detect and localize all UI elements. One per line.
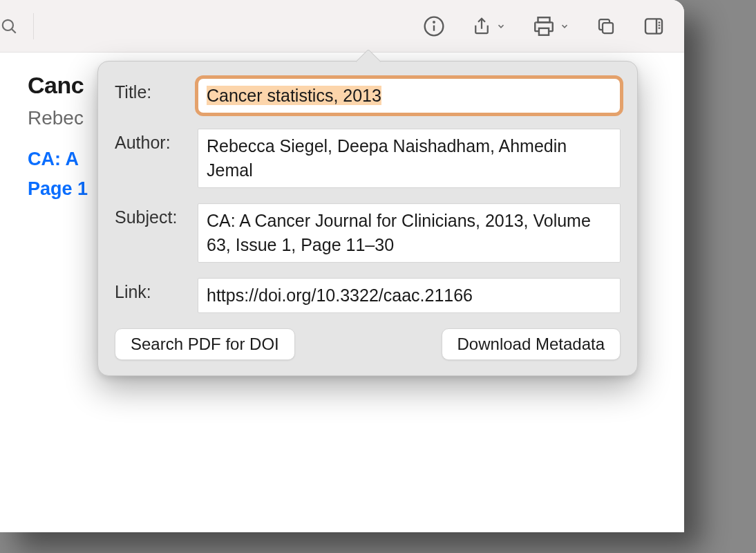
subject-field[interactable]: CA: A Cancer Journal for Clinicians, 201…	[198, 203, 621, 263]
sidebar-icon	[643, 15, 665, 37]
info-icon	[423, 15, 445, 37]
share-icon	[471, 16, 492, 37]
author-field[interactable]: Rebecca Siegel, Deepa Naishadham, Ahmedi…	[198, 129, 621, 188]
app-window: Canc Rebec CA: A Page 1 Title: Cancer st…	[0, 0, 684, 532]
title-field-text-selection: Cancer statistics, 2013	[207, 86, 381, 105]
copy-button[interactable]	[596, 12, 616, 40]
print-button[interactable]	[532, 12, 569, 40]
chevron-down-icon	[560, 21, 569, 31]
svg-point-4	[433, 21, 435, 23]
search-pdf-for-doi-button[interactable]: Search PDF for DOI	[115, 328, 295, 360]
copy-icon	[596, 16, 616, 37]
info-button[interactable]	[423, 12, 445, 40]
print-icon	[532, 15, 556, 38]
chevron-down-icon	[496, 21, 506, 31]
title-label: Title:	[115, 78, 198, 102]
title-field[interactable]: Cancer statistics, 2013	[198, 78, 621, 113]
metadata-popover: Title: Cancer statistics, 2013 Author: R…	[97, 61, 638, 376]
subject-label: Subject:	[115, 203, 198, 227]
svg-line-1	[12, 28, 16, 32]
link-label: Link:	[115, 278, 198, 302]
svg-rect-7	[603, 23, 613, 33]
svg-point-0	[3, 19, 13, 30]
svg-rect-8	[645, 19, 662, 33]
link-field[interactable]: https://doi.org/10.3322/caac.21166	[198, 278, 621, 313]
download-metadata-button[interactable]: Download Metadata	[442, 328, 621, 360]
search-icon[interactable]	[0, 12, 33, 40]
author-label: Author:	[115, 129, 198, 153]
toolbar	[0, 0, 684, 53]
share-button[interactable]	[471, 12, 506, 40]
sidebar-toggle-button[interactable]	[643, 12, 665, 40]
toolbar-divider	[33, 13, 34, 39]
svg-rect-6	[539, 28, 549, 35]
